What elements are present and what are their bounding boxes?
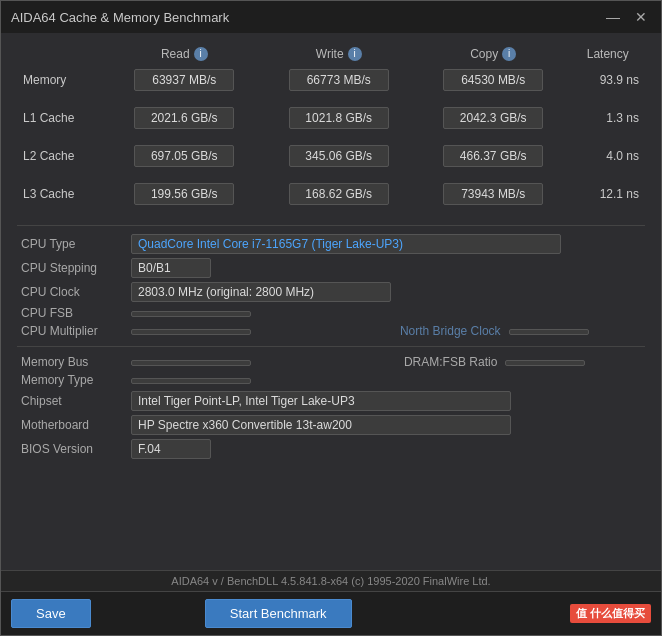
memory-bus-label: Memory Bus: [17, 353, 127, 371]
north-bridge-clock-label: North Bridge Clock: [400, 324, 501, 338]
motherboard-box: HP Spectre x360 Convertible 13t-aw200: [131, 415, 511, 435]
window-title: AIDA64 Cache & Memory Benchmark: [11, 10, 229, 25]
row-memory-type: Memory Type: [17, 371, 645, 389]
read-info-icon[interactable]: i: [194, 47, 208, 61]
bench-row-l2cache: L2 Cache 697.05 GB/s 345.06 GB/s 466.37 …: [17, 141, 645, 171]
status-text: AIDA64 v / BenchDLL 4.5.841.8-x64 (c) 19…: [171, 575, 490, 587]
motherboard-label: Motherboard: [17, 413, 127, 437]
benchmark-button[interactable]: Start Benchmark: [205, 599, 352, 628]
cpu-fsb-value: [127, 304, 331, 322]
row-motherboard: Motherboard HP Spectre x360 Convertible …: [17, 413, 645, 437]
cpu-multiplier-value: [127, 322, 331, 340]
divider-2: [17, 346, 645, 347]
close-button[interactable]: ✕: [631, 7, 651, 27]
cpu-stepping-box: B0/B1: [131, 258, 211, 278]
bench-copy: 73943 MB/s: [416, 179, 570, 209]
sysinfo-table: CPU Type QuadCore Intel Core i7-1165G7 (…: [17, 232, 645, 340]
row-cpu-type: CPU Type QuadCore Intel Core i7-1165G7 (…: [17, 232, 645, 256]
row-bios: BIOS Version F.04: [17, 437, 645, 461]
content-area: Read i Write i Copy i: [1, 33, 661, 570]
cpu-fsb-box: [131, 311, 251, 317]
dram-fsb-box: [505, 360, 585, 366]
bench-row-l1cache: L1 Cache 2021.6 GB/s 1021.8 GB/s 2042.3 …: [17, 103, 645, 133]
cpu-stepping-value: B0/B1: [127, 256, 645, 280]
bench-read: 63937 MB/s: [107, 65, 261, 95]
cpu-type-value: QuadCore Intel Core i7-1165G7 (Tiger Lak…: [127, 232, 645, 256]
cpu-type-label: CPU Type: [17, 232, 127, 256]
bios-label: BIOS Version: [17, 437, 127, 461]
bench-latency: 4.0 ns: [570, 141, 645, 171]
title-bar: AIDA64 Cache & Memory Benchmark — ✕: [1, 1, 661, 33]
memory-type-label: Memory Type: [17, 371, 127, 389]
cpu-fsb-label: CPU FSB: [17, 304, 127, 322]
bench-label: L1 Cache: [17, 103, 107, 133]
cpu-clock-box: 2803.0 MHz (original: 2800 MHz): [131, 282, 391, 302]
bench-write: 168.62 GB/s: [261, 179, 415, 209]
north-bridge-clock-box: [509, 329, 589, 335]
main-window: AIDA64 Cache & Memory Benchmark — ✕ Read…: [0, 0, 662, 636]
bench-copy: 64530 MB/s: [416, 65, 570, 95]
dram-fsb-label: DRAM:FSB Ratio: [404, 355, 497, 369]
bench-row-l3cache: L3 Cache 199.56 GB/s 168.62 GB/s 73943 M…: [17, 179, 645, 209]
col-empty: [17, 43, 107, 65]
row-chipset: Chipset Intel Tiger Point-LP, Intel Tige…: [17, 389, 645, 413]
status-bar: AIDA64 v / BenchDLL 4.5.841.8-x64 (c) 19…: [1, 570, 661, 591]
save-button[interactable]: Save: [11, 599, 91, 628]
bench-row-memory: Memory 63937 MB/s 66773 MB/s 64530 MB/s …: [17, 65, 645, 95]
logo-text: 值 什么值得买: [570, 604, 651, 623]
bench-write: 1021.8 GB/s: [261, 103, 415, 133]
col-copy: Copy i: [416, 43, 570, 65]
divider-1: [17, 225, 645, 226]
cpu-multiplier-box: [131, 329, 251, 335]
bench-copy: 466.37 GB/s: [416, 141, 570, 171]
chipset-box: Intel Tiger Point-LP, Intel Tiger Lake-U…: [131, 391, 511, 411]
bench-latency: 93.9 ns: [570, 65, 645, 95]
sysinfo-table-2: Memory Bus DRAM:FSB Ratio Memory Type Ch…: [17, 353, 645, 461]
col-read: Read i: [107, 43, 261, 65]
bench-read: 199.56 GB/s: [107, 179, 261, 209]
col-write: Write i: [261, 43, 415, 65]
minimize-button[interactable]: —: [603, 7, 623, 27]
bench-write: 66773 MB/s: [261, 65, 415, 95]
bench-label: Memory: [17, 65, 107, 95]
benchmark-table: Read i Write i Copy i: [17, 43, 645, 209]
copy-info-icon[interactable]: i: [502, 47, 516, 61]
write-info-icon[interactable]: i: [348, 47, 362, 61]
bench-latency: 12.1 ns: [570, 179, 645, 209]
bios-box: F.04: [131, 439, 211, 459]
footer: Save Start Benchmark 值 什么值得买: [1, 591, 661, 635]
row-memory-bus: Memory Bus DRAM:FSB Ratio: [17, 353, 645, 371]
bench-read: 2021.6 GB/s: [107, 103, 261, 133]
chipset-label: Chipset: [17, 389, 127, 413]
row-cpu-stepping: CPU Stepping B0/B1: [17, 256, 645, 280]
bench-label: L2 Cache: [17, 141, 107, 171]
bench-latency: 1.3 ns: [570, 103, 645, 133]
bench-read: 697.05 GB/s: [107, 141, 261, 171]
bench-write: 345.06 GB/s: [261, 141, 415, 171]
memory-bus-box: [131, 360, 251, 366]
memory-type-box: [131, 378, 251, 384]
bench-label: L3 Cache: [17, 179, 107, 209]
bench-copy: 2042.3 GB/s: [416, 103, 570, 133]
cpu-stepping-label: CPU Stepping: [17, 256, 127, 280]
logo-area: 值 什么值得买: [570, 604, 651, 623]
col-latency: Latency: [570, 43, 645, 65]
cpu-type-box: QuadCore Intel Core i7-1165G7 (Tiger Lak…: [131, 234, 561, 254]
cpu-multiplier-label: CPU Multiplier: [17, 322, 127, 340]
row-cpu-fsb: CPU FSB: [17, 304, 645, 322]
row-cpu-multiplier: CPU Multiplier North Bridge Clock: [17, 322, 645, 340]
cpu-clock-value: 2803.0 MHz (original: 2800 MHz): [127, 280, 645, 304]
window-controls: — ✕: [603, 7, 651, 27]
row-cpu-clock: CPU Clock 2803.0 MHz (original: 2800 MHz…: [17, 280, 645, 304]
cpu-clock-label: CPU Clock: [17, 280, 127, 304]
